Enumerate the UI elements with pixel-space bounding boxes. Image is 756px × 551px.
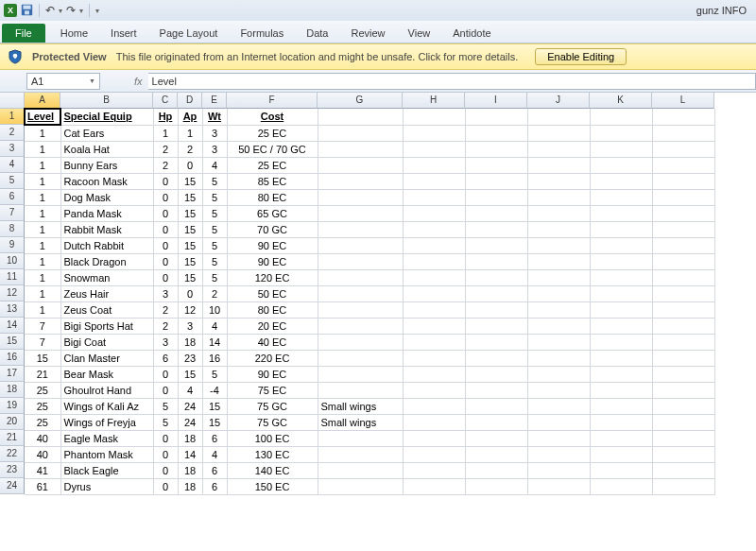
cell-C10[interactable]: 0 (153, 253, 178, 269)
cell-J10[interactable] (527, 253, 590, 269)
cell-F23[interactable]: 140 EC (227, 462, 318, 478)
cell-I1[interactable] (465, 109, 527, 125)
cell-L20[interactable] (652, 414, 714, 430)
cell-I14[interactable] (465, 318, 527, 334)
cell-K1[interactable] (590, 109, 652, 125)
cell-D21[interactable]: 18 (178, 430, 202, 446)
cell-F13[interactable]: 80 EC (227, 301, 318, 318)
cell-E7[interactable]: 5 (202, 205, 227, 221)
col-header-E[interactable]: E (202, 93, 227, 109)
cell-H19[interactable] (403, 398, 465, 414)
cell-J12[interactable] (527, 285, 590, 301)
cell-E14[interactable]: 4 (202, 318, 227, 334)
cell-D8[interactable]: 15 (178, 221, 202, 237)
row-header-13[interactable]: 13 (0, 301, 25, 318)
cell-A14[interactable]: 7 (25, 318, 60, 334)
cell-E21[interactable]: 6 (202, 430, 227, 446)
cell-F11[interactable]: 120 EC (227, 269, 318, 285)
cell-J8[interactable] (527, 221, 590, 237)
cell-B5[interactable]: Racoon Mask (60, 173, 153, 189)
cell-A11[interactable]: 1 (25, 269, 60, 285)
cell-B16[interactable]: Clan Master (60, 350, 153, 366)
cell-I19[interactable] (465, 398, 527, 414)
cell-L7[interactable] (652, 205, 714, 221)
cell-J17[interactable] (527, 366, 590, 382)
cell-B7[interactable]: Panda Mask (60, 205, 153, 221)
cell-E23[interactable]: 6 (202, 462, 227, 478)
cell-B10[interactable]: Black Dragon (60, 253, 153, 269)
cell-K4[interactable] (590, 157, 652, 173)
cell-C9[interactable]: 0 (153, 237, 178, 253)
cell-L2[interactable] (652, 125, 714, 141)
cell-C6[interactable]: 0 (153, 189, 178, 205)
cell-E24[interactable]: 6 (202, 478, 227, 494)
cell-L5[interactable] (652, 173, 714, 189)
cell-G11[interactable] (318, 269, 403, 285)
cell-L22[interactable] (652, 446, 714, 462)
col-header-H[interactable]: H (403, 93, 465, 109)
cell-D17[interactable]: 15 (178, 366, 202, 382)
col-header-F[interactable]: F (227, 93, 318, 109)
cell-D12[interactable]: 0 (178, 285, 202, 301)
cell-J18[interactable] (527, 382, 590, 398)
col-header-J[interactable]: J (527, 93, 590, 109)
cell-K22[interactable] (590, 446, 652, 462)
cell-K3[interactable] (590, 141, 652, 157)
cell-H16[interactable] (403, 350, 465, 366)
cell-I24[interactable] (465, 478, 527, 494)
cell-A12[interactable]: 1 (25, 285, 60, 301)
cell-B20[interactable]: Wings of Freyja (60, 414, 153, 430)
cell-E12[interactable]: 2 (202, 285, 227, 301)
cell-L3[interactable] (652, 141, 714, 157)
cell-F10[interactable]: 90 EC (227, 253, 318, 269)
undo-dropdown-icon[interactable]: ▾ (59, 7, 62, 15)
cell-D20[interactable]: 24 (178, 414, 202, 430)
tab-data[interactable]: Data (295, 24, 339, 43)
cell-B13[interactable]: Zeus Coat (60, 301, 153, 318)
cell-J6[interactable] (527, 189, 590, 205)
cell-B19[interactable]: Wings of Kali Az (60, 398, 153, 414)
cell-D19[interactable]: 24 (178, 398, 202, 414)
protected-view-message[interactable]: This file originated from an Internet lo… (116, 51, 519, 62)
cell-B23[interactable]: Black Eagle (60, 462, 153, 478)
cell-F14[interactable]: 20 EC (227, 318, 318, 334)
cell-G10[interactable] (318, 253, 403, 269)
cell-F3[interactable]: 50 EC / 70 GC (227, 141, 318, 157)
cell-D9[interactable]: 15 (178, 237, 202, 253)
cell-J23[interactable] (527, 462, 590, 478)
cell-C11[interactable]: 0 (153, 269, 178, 285)
cell-K11[interactable] (590, 269, 652, 285)
cell-E16[interactable]: 16 (202, 350, 227, 366)
cell-F4[interactable]: 25 EC (227, 157, 318, 173)
cell-G1[interactable] (318, 109, 403, 125)
col-header-B[interactable]: B (60, 93, 153, 109)
cell-B8[interactable]: Rabbit Mask (60, 221, 153, 237)
cell-I6[interactable] (465, 189, 527, 205)
cell-E1[interactable]: Wt (202, 109, 227, 125)
cell-C8[interactable]: 0 (153, 221, 178, 237)
cell-E17[interactable]: 5 (202, 366, 227, 382)
cell-D23[interactable]: 18 (178, 462, 202, 478)
cell-F22[interactable]: 130 EC (227, 446, 318, 462)
cell-G17[interactable] (318, 366, 403, 382)
cell-G6[interactable] (318, 189, 403, 205)
cell-B24[interactable]: Dyrus (60, 478, 153, 494)
cell-K2[interactable] (590, 125, 652, 141)
cell-G18[interactable] (318, 382, 403, 398)
cell-D3[interactable]: 2 (178, 141, 202, 157)
cell-L13[interactable] (652, 301, 714, 318)
cell-D18[interactable]: 4 (178, 382, 202, 398)
cell-I3[interactable] (465, 141, 527, 157)
cell-I21[interactable] (465, 430, 527, 446)
cell-H8[interactable] (403, 221, 465, 237)
cell-K21[interactable] (590, 430, 652, 446)
cell-I10[interactable] (465, 253, 527, 269)
cell-H10[interactable] (403, 253, 465, 269)
cell-J1[interactable] (527, 109, 590, 125)
cell-C19[interactable]: 5 (153, 398, 178, 414)
cell-K20[interactable] (590, 414, 652, 430)
cell-L8[interactable] (652, 221, 714, 237)
cell-L11[interactable] (652, 269, 714, 285)
cell-B14[interactable]: Bigi Sports Hat (60, 318, 153, 334)
cell-I23[interactable] (465, 462, 527, 478)
